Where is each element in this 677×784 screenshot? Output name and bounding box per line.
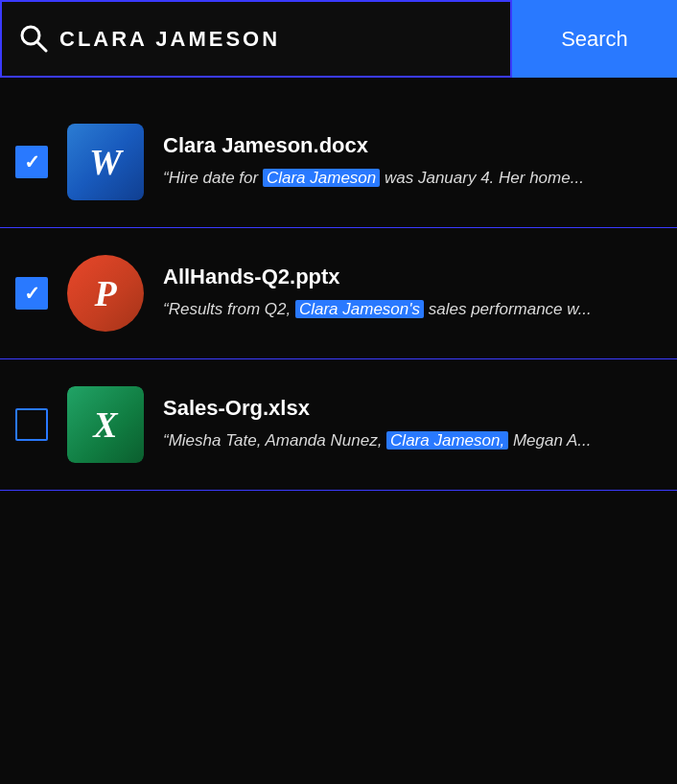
file-name-1: Clara Jameson.docx — [163, 133, 662, 158]
word-letter: W — [89, 144, 122, 180]
search-icon — [17, 22, 48, 57]
word-file-icon: W — [67, 124, 144, 200]
file-info-3: Sales-Org.xlsx “Miesha Tate, Amanda Nune… — [163, 396, 662, 453]
ppt-letter: P — [94, 272, 116, 314]
excerpt-after-2: sales performance w... — [424, 300, 592, 318]
excerpt-after-3: Megan A... — [508, 431, 591, 450]
file-excerpt-3: “Miesha Tate, Amanda Nunez, Clara Jameso… — [163, 428, 662, 453]
file-info-2: AllHands-Q2.pptx “Results from Q2, Clara… — [163, 265, 662, 322]
checkbox-checked-2: ✓ — [15, 277, 48, 310]
excel-file-icon: X — [67, 386, 144, 463]
ppt-file-icon: P — [67, 255, 144, 332]
checkmark-icon: ✓ — [24, 152, 40, 172]
svg-line-1 — [37, 42, 46, 51]
result-2-checkbox[interactable]: ✓ — [15, 277, 48, 310]
file-excerpt-1: “Hire date for Clara Jameson was January… — [163, 166, 662, 191]
ppt-icon-circle: P — [67, 255, 144, 332]
search-input[interactable] — [59, 27, 495, 52]
result-3-checkbox[interactable] — [15, 408, 48, 441]
file-info-1: Clara Jameson.docx “Hire date for Clara … — [163, 133, 662, 191]
results-list: ✓ W Clara Jameson.docx “Hire date for Cl… — [0, 78, 677, 491]
search-button[interactable]: Search — [512, 0, 677, 78]
checkmark-icon-2: ✓ — [24, 284, 40, 303]
excerpt-before-2: “Results from Q2, — [163, 300, 295, 318]
excerpt-before-3: “Miesha Tate, Amanda Nunez, — [163, 431, 386, 450]
excerpt-before-1: “Hire date for — [163, 169, 263, 187]
file-name-2: AllHands-Q2.pptx — [163, 265, 662, 289]
excerpt-after-1: was January 4. Her home... — [380, 169, 584, 187]
checkbox-unchecked-3 — [15, 408, 48, 441]
highlight-3: Clara Jameson, — [386, 431, 508, 450]
result-1-checkbox[interactable]: ✓ — [15, 146, 48, 178]
result-item-2: ✓ P AllHands-Q2.pptx “Results from Q2, C… — [0, 228, 677, 359]
file-name-3: Sales-Org.xlsx — [163, 396, 662, 421]
checkbox-checked: ✓ — [15, 146, 48, 178]
highlight-1: Clara Jameson — [263, 169, 380, 187]
highlight-2: Clara Jameson's — [295, 300, 424, 318]
result-item: ✓ W Clara Jameson.docx “Hire date for Cl… — [0, 97, 677, 228]
result-item-3: X Sales-Org.xlsx “Miesha Tate, Amanda Nu… — [0, 359, 677, 491]
search-bar: Search — [0, 0, 677, 78]
excel-letter: X — [93, 404, 117, 446]
file-excerpt-2: “Results from Q2, Clara Jameson's sales … — [163, 297, 662, 322]
search-input-wrapper — [0, 0, 512, 78]
excel-icon-box: X — [67, 386, 144, 463]
